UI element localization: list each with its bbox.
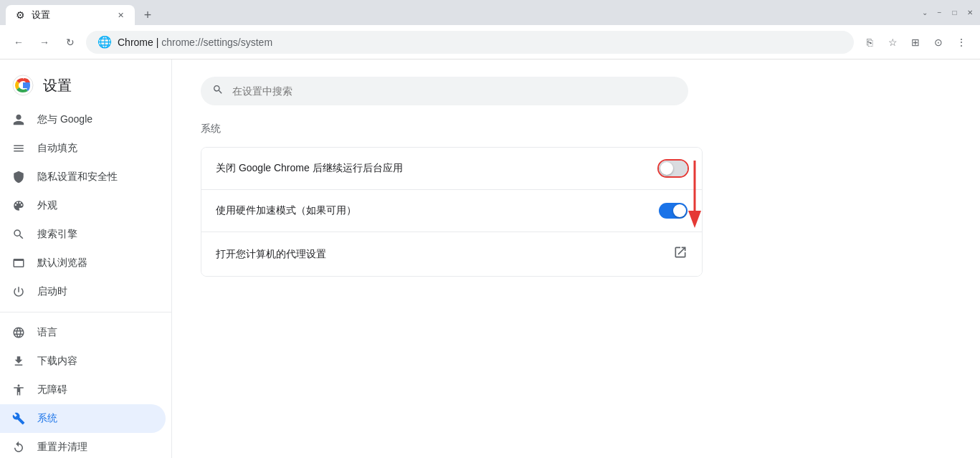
palette-icon	[11, 199, 26, 213]
toggle-track	[659, 203, 688, 219]
refresh-button[interactable]: ↻	[60, 32, 80, 52]
settings-card: 关闭 Google Chrome 后继续运行后台应用	[201, 147, 703, 277]
forward-button[interactable]: →	[34, 32, 54, 52]
tab-title: 设置	[32, 9, 109, 22]
toggle-thumb	[660, 162, 673, 175]
setting-action-background-run	[659, 161, 688, 176]
window-controls: ⌄ − □ ✕	[920, 8, 974, 17]
setting-row-proxy: 打开您计算机的代理设置	[201, 232, 702, 276]
wrench-icon	[11, 411, 26, 426]
sidebar-header: 设置	[0, 65, 171, 105]
sidebar-item-label: 下载内容	[37, 355, 77, 368]
chrome-brand-label: Chrome	[118, 37, 153, 48]
url-text: Chrome | chrome://settings/system	[118, 37, 842, 48]
sidebar-item-label: 搜索引擎	[37, 228, 77, 241]
sidebar-item-appearance[interactable]: 外观	[0, 191, 166, 220]
toggle-thumb	[673, 204, 686, 217]
back-button[interactable]: ←	[9, 32, 29, 52]
sidebar-item-default-browser[interactable]: 默认浏览器	[0, 249, 166, 277]
section-title: 系统	[201, 123, 951, 135]
share-icon[interactable]: ⎘	[860, 32, 880, 52]
external-link-icon[interactable]	[673, 245, 688, 263]
search-bar[interactable]	[201, 77, 688, 105]
profile-icon[interactable]: ⊙	[928, 32, 948, 52]
browser-icon	[11, 256, 26, 270]
sidebar-item-downloads[interactable]: 下载内容	[0, 347, 166, 376]
bookmark-icon[interactable]: ☆	[883, 32, 903, 52]
setting-label-proxy: 打开您计算机的代理设置	[216, 248, 673, 261]
setting-label-background-run: 关闭 Google Chrome 后继续运行后台应用	[216, 162, 659, 175]
setting-action-proxy	[673, 245, 688, 263]
sidebar-item-language[interactable]: 语言	[0, 318, 166, 347]
edit-icon	[11, 141, 26, 156]
download-icon	[11, 354, 26, 368]
url-bar[interactable]: 🌐 Chrome | chrome://settings/system	[86, 31, 854, 54]
extensions-icon[interactable]: ⊞	[905, 32, 926, 52]
background-run-toggle[interactable]	[659, 161, 688, 176]
setting-action-hardware-accel	[659, 203, 688, 219]
tab-favicon-icon: ⚙	[14, 9, 26, 21]
search-input[interactable]	[232, 85, 677, 97]
sidebar-item-label: 您与 Google	[37, 113, 92, 126]
sidebar: 设置 您与 Google 自动填充 隐私设置和安全性 外观	[0, 59, 172, 458]
new-tab-button[interactable]: +	[138, 5, 158, 25]
sidebar-item-reset[interactable]: 重置并清理	[0, 433, 166, 458]
hardware-accel-toggle[interactable]	[659, 203, 688, 219]
sidebar-item-google-account[interactable]: 您与 Google	[0, 105, 166, 134]
tab-close-button[interactable]: ✕	[115, 9, 126, 21]
search-bar-icon	[212, 84, 224, 98]
person-icon	[11, 113, 26, 127]
sidebar-item-autofill[interactable]: 自动填充	[0, 134, 166, 163]
setting-label-hardware-accel: 使用硬件加速模式（如果可用）	[216, 204, 659, 217]
sidebar-item-label: 启动时	[37, 285, 67, 298]
shield-icon	[11, 170, 26, 184]
reset-icon	[11, 440, 26, 454]
tab-bar: ⚙ 设置 ✕ +	[6, 0, 920, 25]
sidebar-item-search-engine[interactable]: 搜索引擎	[0, 220, 166, 249]
sidebar-item-label: 系统	[37, 412, 57, 425]
minimize-button[interactable]: −	[935, 8, 944, 17]
setting-row-background-run: 关闭 Google Chrome 后继续运行后台应用	[201, 148, 702, 190]
globe-icon	[11, 325, 26, 340]
content-area: 系统 关闭 Google Chrome 后继续运行后台应用	[172, 59, 980, 458]
sidebar-item-label: 默认浏览器	[37, 257, 87, 269]
accessibility-icon	[11, 383, 26, 397]
maximize-button[interactable]: □	[950, 8, 959, 17]
sidebar-item-label: 无障碍	[37, 383, 67, 396]
sidebar-item-label: 重置并清理	[37, 441, 87, 454]
settings-tab[interactable]: ⚙ 设置 ✕	[6, 5, 135, 25]
toggle-track	[659, 161, 688, 176]
sidebar-title: 设置	[43, 76, 72, 95]
addressbar: ← → ↻ 🌐 Chrome | chrome://settings/syste…	[0, 25, 980, 59]
search-icon	[11, 227, 26, 242]
setting-row-hardware-accel: 使用硬件加速模式（如果可用）	[201, 190, 702, 232]
power-icon	[11, 285, 26, 299]
sidebar-item-label: 语言	[37, 326, 57, 339]
chevron-down-icon[interactable]: ⌄	[920, 8, 929, 17]
main-layout: 设置 您与 Google 自动填充 隐私设置和安全性 外观	[0, 59, 980, 458]
menu-icon[interactable]: ⋮	[951, 32, 971, 52]
sidebar-divider	[0, 312, 171, 313]
sidebar-item-system[interactable]: 系统	[0, 404, 166, 433]
titlebar: ⚙ 设置 ✕ + ⌄ − □ ✕	[0, 0, 980, 25]
sidebar-item-privacy[interactable]: 隐私设置和安全性	[0, 163, 166, 191]
address-actions: ⎘ ☆ ⊞ ⊙ ⋮	[860, 32, 971, 52]
sidebar-item-label: 自动填充	[37, 142, 77, 155]
sidebar-item-startup[interactable]: 启动时	[0, 277, 166, 306]
google-logo-icon	[11, 74, 34, 97]
close-window-button[interactable]: ✕	[965, 8, 974, 17]
sidebar-item-accessibility[interactable]: 无障碍	[0, 376, 166, 404]
sidebar-item-label: 外观	[37, 199, 57, 212]
sidebar-item-label: 隐私设置和安全性	[37, 171, 118, 183]
chrome-logo-icon: 🌐	[97, 35, 112, 49]
url-path-label: chrome://settings/system	[161, 37, 272, 48]
